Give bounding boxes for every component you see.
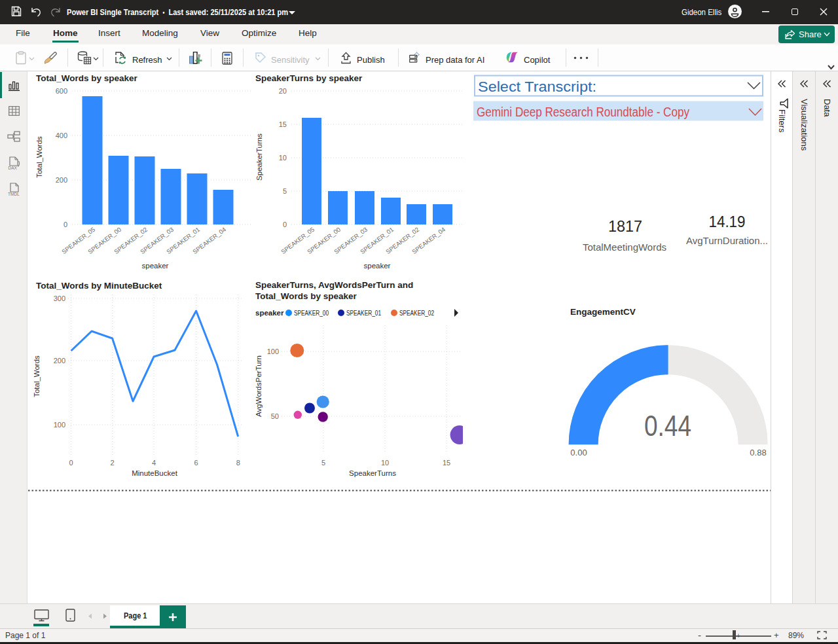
svg-text:Total_Words by speaker: Total_Words by speaker <box>36 73 138 83</box>
svg-text:SPEAKER_01: SPEAKER_01 <box>346 309 381 317</box>
svg-text:1817: 1817 <box>608 218 642 235</box>
svg-text:5: 5 <box>283 187 287 195</box>
svg-text:300: 300 <box>54 295 65 302</box>
svg-text:0: 0 <box>283 221 287 228</box>
svg-text:100: 100 <box>267 348 279 355</box>
svg-text:Total_Words: Total_Words <box>33 355 41 397</box>
svg-text:10: 10 <box>381 459 389 467</box>
svg-text:AvgTurnDuration...: AvgTurnDuration... <box>686 235 768 246</box>
svg-text:200: 200 <box>54 357 65 365</box>
svg-text:EngagementCV: EngagementCV <box>570 307 636 317</box>
svg-text:20: 20 <box>279 87 287 95</box>
svg-text:MinuteBucket: MinuteBucket <box>132 469 177 477</box>
svg-text:speaker: speaker <box>255 309 284 317</box>
svg-text:0.00: 0.00 <box>570 448 587 457</box>
svg-text:Select Transcript:: Select Transcript: <box>478 79 596 95</box>
svg-text:AvgWordsPerTurn: AvgWordsPerTurn <box>255 355 263 417</box>
svg-text:8: 8 <box>236 459 240 467</box>
svg-text:2: 2 <box>111 459 115 467</box>
svg-text:Gemini Deep Research Roundtabl: Gemini Deep Research Roundtable - Copy <box>477 105 689 119</box>
svg-text:SPEAKER_02: SPEAKER_02 <box>399 309 434 317</box>
svg-text:speaker: speaker <box>364 262 391 270</box>
svg-text:400: 400 <box>56 132 67 139</box>
svg-text:10: 10 <box>279 154 287 162</box>
svg-text:15: 15 <box>279 120 287 128</box>
svg-text:0: 0 <box>69 459 73 467</box>
svg-text:15: 15 <box>443 459 450 467</box>
svg-text:SpeakerTurns, AvgWordsPerTurn: SpeakerTurns, AvgWordsPerTurn and <box>255 280 413 290</box>
svg-text:100: 100 <box>54 421 65 429</box>
svg-text:0: 0 <box>64 221 67 228</box>
svg-text:SPEAKER_00: SPEAKER_00 <box>294 309 329 317</box>
svg-text:14.19: 14.19 <box>709 213 746 230</box>
svg-text:SpeakerTurns: SpeakerTurns <box>255 134 263 181</box>
svg-text:0.44: 0.44 <box>644 409 691 442</box>
svg-text:TotalMeetingWords: TotalMeetingWords <box>583 241 666 253</box>
svg-text:DAX: DAX <box>9 166 18 170</box>
svg-text:speaker: speaker <box>142 262 169 270</box>
svg-text:SpeakerTurns by speaker: SpeakerTurns by speaker <box>255 73 363 83</box>
svg-text:50: 50 <box>271 412 279 420</box>
svg-text:TMDL: TMDL <box>8 192 20 196</box>
svg-text:600: 600 <box>56 87 67 95</box>
svg-text:SpeakerTurns: SpeakerTurns <box>349 469 396 477</box>
svg-text:0.88: 0.88 <box>750 448 766 457</box>
svg-text:4: 4 <box>152 459 156 467</box>
svg-text:200: 200 <box>56 176 67 184</box>
svg-text:Total_Words by speaker: Total_Words by speaker <box>255 291 357 301</box>
svg-text:5: 5 <box>321 459 325 467</box>
svg-text:Total_Words by MinuteBucket: Total_Words by MinuteBucket <box>36 281 162 291</box>
svg-text:Total_Words: Total_Words <box>35 136 43 178</box>
svg-text:6: 6 <box>194 459 198 467</box>
